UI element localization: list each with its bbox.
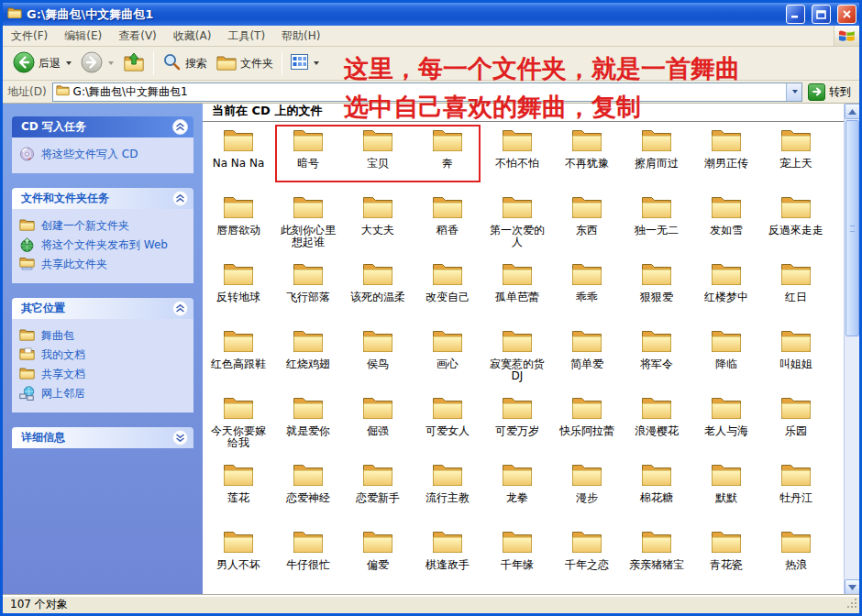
back-button[interactable]: 后退 <box>8 49 76 79</box>
folder-item[interactable]: Na Na Na <box>204 124 273 191</box>
folder-item[interactable]: 红楼梦中 <box>691 258 761 324</box>
menu-item[interactable]: 收藏(A) <box>165 27 220 46</box>
search-button[interactable]: 搜索 <box>158 50 212 77</box>
maximize-button[interactable] <box>812 5 831 24</box>
minimize-button[interactable] <box>786 5 805 24</box>
folder-item[interactable]: 不再犹豫 <box>552 124 622 191</box>
folder-item[interactable]: 不怕不怕 <box>482 124 552 191</box>
folder-item[interactable]: 青花瓷 <box>691 525 761 592</box>
folder-item[interactable]: 莲花 <box>204 458 273 525</box>
chevron-up-icon[interactable] <box>172 301 188 316</box>
task-item[interactable]: 网上邻居 <box>16 384 190 403</box>
views-button[interactable] <box>286 51 324 75</box>
menu-item[interactable]: 查看(V) <box>110 27 165 46</box>
folder-item[interactable]: 此刻你心里想起谁 <box>273 191 343 258</box>
folder-item[interactable]: 发如雪 <box>691 191 761 258</box>
folder-item[interactable]: 千年之恋 <box>552 525 622 592</box>
task-item[interactable]: 将这些文件写入 CD <box>16 145 190 164</box>
forward-button[interactable] <box>76 49 118 79</box>
folder-item[interactable]: 大丈夫 <box>343 191 413 258</box>
folder-item[interactable]: 擦肩而过 <box>622 124 691 191</box>
folder-item[interactable]: 龙拳 <box>482 458 552 525</box>
resize-grip[interactable] <box>846 598 858 612</box>
folder-item[interactable]: 独一无二 <box>622 191 691 258</box>
folder-item[interactable]: 唇唇欲动 <box>204 191 273 258</box>
folder-item[interactable]: 宠上天 <box>761 124 831 191</box>
panel-header[interactable]: CD 写入任务 <box>12 116 193 138</box>
folder-item[interactable]: 乖乖 <box>552 258 622 324</box>
folder-item[interactable]: 反转地球 <box>204 258 273 324</box>
folders-button[interactable]: 文件夹 <box>212 51 278 76</box>
folder-item[interactable]: 默默 <box>691 458 761 525</box>
menu-item[interactable]: 编辑(E) <box>56 27 110 46</box>
folder-item[interactable]: 红日 <box>761 258 831 324</box>
folder-item[interactable]: 奔 <box>413 124 482 191</box>
folder-item[interactable]: 恋爱新手 <box>343 458 413 525</box>
folder-item[interactable]: 快乐阿拉蕾 <box>552 391 622 458</box>
folder-item[interactable]: 倔强 <box>343 391 413 458</box>
folder-item[interactable]: 偏爱 <box>343 525 413 592</box>
task-item[interactable]: 共享文档 <box>16 365 190 384</box>
menu-item[interactable]: 文件(F) <box>3 27 56 46</box>
folder-item[interactable]: 反過來走走 <box>761 191 831 258</box>
folder-item[interactable]: 红色高跟鞋 <box>204 324 273 391</box>
folder-item[interactable]: 今天你要嫁给我 <box>204 391 273 458</box>
menu-item[interactable]: 工具(T) <box>219 27 273 46</box>
address-dropdown-button[interactable] <box>786 83 801 101</box>
folder-item[interactable]: 改变自己 <box>413 258 482 324</box>
chevron-up-icon[interactable] <box>172 191 188 206</box>
folder-item[interactable]: 该死的温柔 <box>343 258 413 324</box>
panel-header[interactable]: 其它位置 <box>12 298 193 319</box>
scrollbar-thumb[interactable] <box>845 120 859 336</box>
folder-item[interactable]: 飞行部落 <box>273 258 343 324</box>
folder-item[interactable]: 棋逢敌手 <box>413 525 482 592</box>
folder-item[interactable]: 乐园 <box>761 391 831 458</box>
task-item[interactable]: 共享此文件夹 <box>16 255 190 274</box>
folder-item[interactable]: 孤单芭蕾 <box>482 258 552 324</box>
folder-item[interactable]: 叫姐姐 <box>761 324 831 391</box>
folder-item[interactable]: 牡丹江 <box>761 458 831 525</box>
folder-item[interactable]: 亲亲猪猪宝 <box>622 525 691 592</box>
task-item[interactable]: 我的文档 <box>16 346 190 365</box>
panel-header[interactable]: 文件和文件夹任务 <box>12 188 193 209</box>
scrollbar-up-button[interactable] <box>845 104 859 119</box>
folder-item[interactable]: 就是爱你 <box>273 391 343 458</box>
close-button[interactable] <box>837 5 856 24</box>
folder-item[interactable]: 东西 <box>552 191 622 258</box>
folder-item[interactable]: 流行主教 <box>413 458 482 525</box>
menu-item[interactable]: 帮助(H) <box>273 27 328 46</box>
folder-item[interactable]: 第一次爱的人 <box>482 191 552 258</box>
task-item[interactable]: 将这个文件夹发布到 Web <box>16 236 190 255</box>
panel-header[interactable]: 详细信息 <box>12 427 193 448</box>
folder-item[interactable]: 恋爱神经 <box>273 458 343 525</box>
folder-item[interactable]: 侯鸟 <box>343 324 413 391</box>
up-button[interactable] <box>118 50 149 78</box>
task-item[interactable]: 舞曲包 <box>16 326 190 346</box>
folder-item[interactable]: 暗号 <box>273 124 343 191</box>
vertical-scrollbar[interactable] <box>844 104 859 595</box>
folder-item[interactable]: 千年缘 <box>482 525 552 592</box>
go-button[interactable]: 转到 <box>808 83 855 101</box>
folder-item[interactable]: 浪漫樱花 <box>622 391 691 458</box>
chevron-down-icon[interactable] <box>172 430 188 446</box>
folder-item[interactable]: 稻香 <box>413 191 482 258</box>
folder-item[interactable]: 棉花糖 <box>622 458 691 525</box>
task-item[interactable]: 创建一个新文件夹 <box>16 216 190 236</box>
folder-item[interactable]: 牛仔很忙 <box>273 525 343 592</box>
folder-item[interactable]: 宝贝 <box>343 124 413 191</box>
folder-item[interactable]: 简单爱 <box>552 324 622 391</box>
folder-item[interactable]: 老人与海 <box>691 391 761 458</box>
folder-item[interactable]: 狠狠爱 <box>622 258 691 324</box>
scrollbar-down-button[interactable] <box>845 579 859 595</box>
folder-item[interactable]: 可爱万岁 <box>482 391 552 458</box>
folder-item[interactable]: 男人不坏 <box>204 525 273 592</box>
folder-item[interactable]: 热浪 <box>761 525 831 592</box>
folder-item[interactable]: 可爱女人 <box>413 391 482 458</box>
folder-item[interactable]: 潮男正传 <box>691 124 761 191</box>
folder-item[interactable]: 红烧鸡翅 <box>273 324 343 391</box>
folder-item[interactable]: 画心 <box>413 324 482 391</box>
folder-item[interactable]: 将军令 <box>622 324 691 391</box>
folder-item[interactable]: 寂寞惹的货DJ <box>482 324 552 391</box>
folder-item[interactable]: 漫步 <box>552 458 622 525</box>
chevron-up-icon[interactable] <box>172 119 188 135</box>
